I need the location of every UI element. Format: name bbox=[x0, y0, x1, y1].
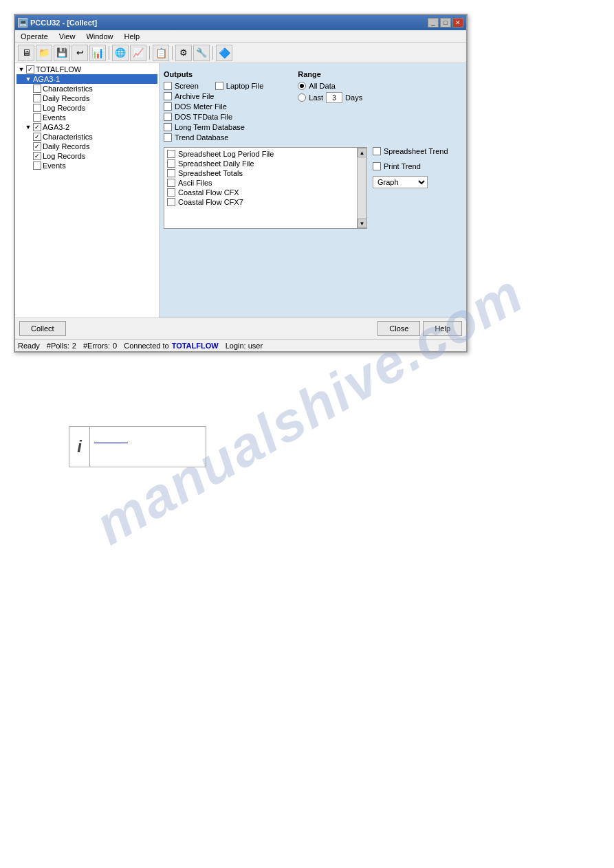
tree-item-totalflow[interactable]: ▼ TOTALFLOW bbox=[17, 65, 157, 74]
login-label: Login: user bbox=[226, 342, 263, 350]
tree-item-log-2[interactable]: Log Records bbox=[17, 151, 157, 161]
expand-aga3-2[interactable]: ▼ bbox=[25, 124, 32, 131]
toolbar-btn-globe[interactable]: 🌐 bbox=[112, 45, 129, 61]
close-button-main[interactable]: Close bbox=[377, 321, 420, 336]
radio-alldata[interactable] bbox=[298, 82, 306, 90]
tree-item-events-1[interactable]: Events bbox=[17, 113, 157, 122]
toolbar-btn-back[interactable]: ↩ bbox=[72, 45, 88, 61]
title-bar: 💻 PCCU32 - [Collect] _ □ ✕ bbox=[15, 15, 466, 30]
checkbox-dos-tfdata[interactable] bbox=[164, 113, 172, 121]
checkbox-coastal-cfx7[interactable] bbox=[167, 198, 175, 206]
label-print-trend: Print Trend bbox=[384, 162, 421, 170]
trend-section: Spreadsheet Trend Print Trend Graph Tabl… bbox=[373, 147, 462, 229]
range-alldata-row: All Data bbox=[298, 82, 362, 90]
checkbox-ascii[interactable] bbox=[167, 179, 175, 187]
file-item-spreadsheet-totals: Spreadsheet Totals bbox=[166, 168, 355, 178]
toolbar-btn-collect-icon[interactable]: 📋 bbox=[153, 45, 169, 61]
main-content: ▼ TOTALFLOW ▼ AGA3-1 Characteristics bbox=[15, 63, 466, 318]
checkbox-char-1[interactable] bbox=[33, 85, 41, 93]
label-log-2: Log Records bbox=[43, 152, 85, 160]
expand-totalflow[interactable]: ▼ bbox=[18, 66, 25, 73]
label-coastal-cfx: Coastal Flow CFX bbox=[178, 188, 239, 197]
menu-operate[interactable]: Operate bbox=[18, 32, 51, 41]
checkbox-trend-db[interactable] bbox=[164, 133, 172, 142]
toolbar-btn-diamond[interactable]: 🔷 bbox=[216, 45, 232, 61]
checkbox-log-1[interactable] bbox=[33, 104, 41, 112]
last-value-input[interactable] bbox=[326, 92, 342, 103]
radio-last[interactable] bbox=[298, 93, 306, 102]
checkbox-coastal-cfx[interactable] bbox=[167, 188, 175, 197]
label-aga3-2: AGA3-2 bbox=[43, 123, 69, 131]
tree-item-char-2[interactable]: Characteristics bbox=[17, 132, 157, 142]
minimize-button[interactable]: _ bbox=[428, 18, 439, 27]
checkbox-events-2[interactable] bbox=[33, 162, 41, 170]
toolbar-separator-3 bbox=[172, 46, 173, 60]
restore-button[interactable]: □ bbox=[440, 18, 451, 27]
tree-item-aga3-2[interactable]: ▼ AGA3-2 bbox=[17, 122, 157, 132]
range-title: Range bbox=[298, 70, 362, 78]
checkbox-spreadsheet-daily[interactable] bbox=[167, 159, 175, 168]
toolbar-btn-save[interactable]: 💾 bbox=[54, 45, 70, 61]
graph-select[interactable]: Graph Table Both bbox=[373, 176, 428, 188]
status-ready: Ready bbox=[18, 342, 40, 350]
label-screen: Screen bbox=[175, 82, 199, 90]
close-button[interactable]: ✕ bbox=[452, 18, 463, 27]
tree-item-char-1[interactable]: Characteristics bbox=[17, 84, 157, 93]
scroll-down-btn[interactable]: ▼ bbox=[358, 219, 367, 228]
toolbar-btn-download[interactable]: 🔧 bbox=[193, 45, 210, 61]
output-dos-tfdata-row: DOS TFData File bbox=[164, 113, 263, 121]
trend-print-row: Print Trend bbox=[373, 162, 462, 170]
checkbox-daily-1[interactable] bbox=[33, 94, 41, 102]
menu-window[interactable]: Window bbox=[83, 32, 116, 41]
checkbox-spreadsheet-log[interactable] bbox=[167, 150, 175, 158]
help-button[interactable]: Help bbox=[423, 321, 462, 336]
file-list-box: Spreadsheet Log Period File Spreadsheet … bbox=[164, 147, 367, 229]
label-spreadsheet-trend: Spreadsheet Trend bbox=[384, 147, 448, 155]
toolbar-btn-trend[interactable]: 📈 bbox=[130, 45, 146, 61]
checkbox-laptop[interactable] bbox=[215, 82, 223, 90]
checkbox-dos-meter[interactable] bbox=[164, 102, 172, 111]
outputs-title: Outputs bbox=[164, 70, 263, 78]
output-dos-meter-row: DOS Meter File bbox=[164, 102, 263, 111]
menu-view[interactable]: View bbox=[56, 32, 78, 41]
label-dos-meter: DOS Meter File bbox=[175, 102, 227, 111]
checkbox-print-trend[interactable] bbox=[373, 162, 381, 170]
checkbox-spreadsheet-totals[interactable] bbox=[167, 169, 175, 177]
menu-help[interactable]: Help bbox=[122, 32, 143, 41]
checkbox-events-1[interactable] bbox=[33, 113, 41, 122]
label-dos-tfdata: DOS TFData File bbox=[175, 113, 232, 121]
checkbox-screen[interactable] bbox=[164, 82, 172, 90]
tree-item-events-2[interactable]: Events bbox=[17, 161, 157, 170]
toolbar-btn-folder[interactable]: 📁 bbox=[36, 45, 52, 61]
collect-button[interactable]: Collect bbox=[19, 321, 66, 336]
label-spreadsheet-log: Spreadsheet Log Period File bbox=[178, 150, 274, 158]
checkbox-longterm[interactable] bbox=[164, 123, 172, 131]
checkbox-char-2[interactable] bbox=[33, 133, 41, 141]
label-daily-1: Daily Records bbox=[43, 94, 89, 102]
checkbox-log-2[interactable] bbox=[33, 152, 41, 160]
toolbar-separator-4 bbox=[212, 46, 213, 60]
toolbar-btn-chart[interactable]: 📊 bbox=[89, 45, 106, 61]
checkbox-totalflow[interactable] bbox=[26, 65, 34, 74]
expand-aga3-1[interactable]: ▼ bbox=[25, 76, 32, 82]
checkbox-aga3-2[interactable] bbox=[33, 123, 41, 131]
file-list-scrollbar[interactable]: ▲ ▼ bbox=[357, 148, 366, 228]
tree-item-log-1[interactable]: Log Records bbox=[17, 103, 157, 113]
tree-item-daily-2[interactable]: Daily Records bbox=[17, 142, 157, 151]
file-list-scroll: Spreadsheet Log Period File Spreadsheet … bbox=[164, 148, 357, 228]
status-errors: #Errors: 0 bbox=[83, 342, 117, 350]
polls-label: #Polls: bbox=[47, 342, 69, 350]
checkbox-archive[interactable] bbox=[164, 92, 172, 100]
toolbar-btn-setup[interactable]: ⚙ bbox=[175, 45, 192, 61]
checkbox-spreadsheet-trend[interactable] bbox=[373, 147, 381, 155]
tree-item-daily-1[interactable]: Daily Records bbox=[17, 93, 157, 103]
range-group: Range All Data Last Days bbox=[298, 70, 362, 142]
checkbox-daily-2[interactable] bbox=[33, 142, 41, 151]
info-link[interactable]: ________ bbox=[94, 435, 201, 443]
tree-item-aga3-1[interactable]: ▼ AGA3-1 bbox=[17, 74, 157, 84]
toolbar-btn-open[interactable]: 🖥 bbox=[18, 45, 34, 61]
info-content: ________ bbox=[90, 427, 206, 467]
info-box: i ________ bbox=[69, 426, 206, 467]
scroll-up-btn[interactable]: ▲ bbox=[358, 148, 367, 157]
label-spreadsheet-totals: Spreadsheet Totals bbox=[178, 169, 243, 177]
